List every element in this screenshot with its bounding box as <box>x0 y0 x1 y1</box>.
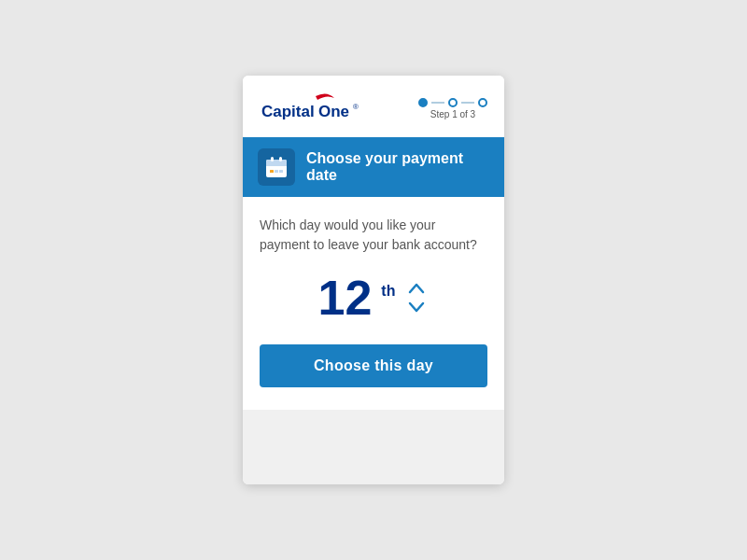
step-line-1 <box>431 102 444 104</box>
day-suffix: th <box>381 283 395 300</box>
decrement-day-button[interactable] <box>404 299 429 315</box>
svg-text:Capital: Capital <box>261 103 315 120</box>
step-area: Step 1 of 3 <box>418 98 487 119</box>
question-text: Which day would you like your payment to… <box>260 216 487 255</box>
step-label: Step 1 of 3 <box>430 109 475 119</box>
increment-day-button[interactable] <box>404 280 429 297</box>
card-footer <box>243 410 504 484</box>
svg-rect-10 <box>279 157 282 161</box>
step-dot-3 <box>478 98 487 107</box>
chevron-up-icon <box>407 282 426 295</box>
svg-text:®: ® <box>353 103 359 111</box>
step-dot-1 <box>418 98 428 107</box>
calendar-icon <box>263 154 289 180</box>
svg-rect-5 <box>266 163 287 166</box>
step-dot-2 <box>448 98 458 107</box>
calendar-icon-wrap <box>258 148 295 186</box>
svg-rect-7 <box>275 170 278 173</box>
spinner-arrows[interactable] <box>404 280 429 315</box>
svg-text:One: One <box>318 103 349 120</box>
step-progress <box>418 98 487 107</box>
capital-one-logo: Capital One ® <box>260 91 362 126</box>
main-card: Capital One ® Step 1 of 3 <box>243 76 504 484</box>
logo-area: Capital One ® <box>260 91 362 126</box>
banner-title: Choose your payment date <box>306 150 489 184</box>
card-header: Capital One ® Step 1 of 3 <box>243 76 504 137</box>
card-body: Which day would you like your payment to… <box>243 197 504 410</box>
step-line-2 <box>461 102 474 104</box>
svg-rect-8 <box>279 170 283 173</box>
day-number: 12 <box>318 273 373 322</box>
svg-rect-9 <box>271 157 274 161</box>
date-picker: 12 th <box>260 273 487 322</box>
choose-day-button[interactable]: Choose this day <box>260 344 487 387</box>
banner: Choose your payment date <box>243 137 504 197</box>
chevron-down-icon <box>407 301 426 314</box>
svg-rect-6 <box>270 170 274 173</box>
